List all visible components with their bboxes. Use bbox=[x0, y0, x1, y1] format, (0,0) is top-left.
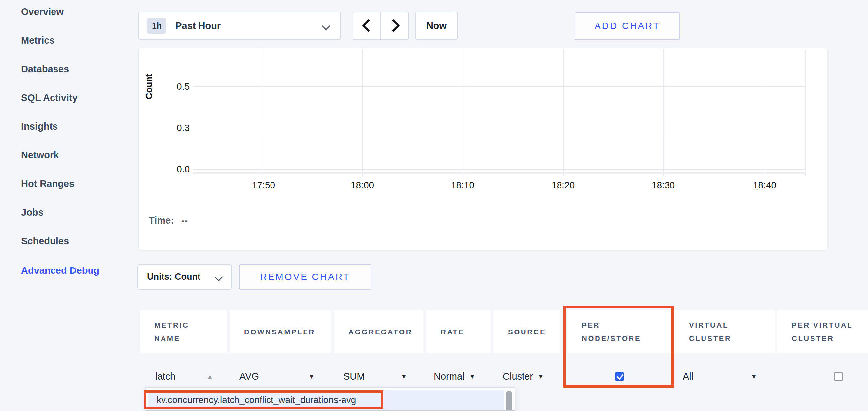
x-tick: 18:00 bbox=[351, 180, 374, 191]
sidebar-item-label: Jobs bbox=[21, 207, 43, 218]
gridline bbox=[805, 49, 806, 176]
gridline bbox=[193, 87, 806, 87]
y-tick: 0.0 bbox=[162, 164, 190, 174]
gridline bbox=[563, 49, 564, 176]
time-prev-button[interactable] bbox=[353, 11, 381, 40]
hover-time-readout: Time:-- bbox=[149, 215, 188, 226]
remove-chart-label: REMOVE CHART bbox=[260, 272, 350, 282]
custom-chart-panel bbox=[138, 48, 828, 251]
gridline bbox=[362, 49, 363, 176]
x-tick: 18:20 bbox=[552, 180, 575, 191]
remove-chart-button[interactable]: REMOVE CHART bbox=[239, 264, 371, 289]
sidebar-item-label: Schedules bbox=[21, 236, 69, 247]
sidebar-item-network[interactable]: Network bbox=[21, 148, 59, 162]
downsampler-value: AVG bbox=[240, 371, 259, 382]
sidebar-item-insights[interactable]: Insights bbox=[21, 120, 58, 133]
x-axis-line bbox=[193, 172, 806, 174]
triangle-down-icon: ▼ bbox=[751, 373, 757, 380]
sidebar-item-advanced-debug[interactable]: Advanced Debug bbox=[21, 264, 99, 277]
units-select[interactable]: Units: Count bbox=[137, 264, 231, 289]
sidebar-item-sql-activity[interactable]: SQL Activity bbox=[21, 91, 78, 104]
triangle-down-icon: ▼ bbox=[401, 373, 407, 380]
aggregator-value: SUM bbox=[343, 371, 365, 382]
virtual-cluster-value: All bbox=[683, 371, 693, 382]
gridline bbox=[463, 49, 463, 176]
units-select-value: Units: Count bbox=[147, 272, 200, 282]
sidebar-item-label: Insights bbox=[21, 121, 58, 132]
triangle-down-icon: ▼ bbox=[469, 373, 475, 380]
sidebar-item-metrics[interactable]: Metrics bbox=[21, 34, 55, 47]
triangle-down-icon: ▼ bbox=[538, 373, 544, 380]
now-button-label: Now bbox=[426, 21, 446, 31]
add-chart-button[interactable]: ADD CHART bbox=[575, 12, 680, 40]
sidebar-item-label: SQL Activity bbox=[21, 92, 78, 103]
annotation-box-suggestion bbox=[144, 390, 383, 409]
metric-name-input[interactable] bbox=[155, 371, 205, 382]
sidebar-item-label: Hot Ranges bbox=[21, 178, 74, 189]
sidebar-item-label: Network bbox=[21, 150, 59, 161]
y-tick: 0.3 bbox=[162, 123, 190, 133]
time-range-badge: 1h bbox=[147, 18, 166, 34]
x-tick: 17:50 bbox=[252, 180, 275, 191]
sidebar-item-label: Databases bbox=[21, 64, 69, 74]
sidebar-item-overview[interactable]: Overview bbox=[21, 5, 64, 18]
sidebar-item-hot-ranges[interactable]: Hot Ranges bbox=[21, 177, 74, 190]
column-header-aggregator: AGGREGATOR bbox=[334, 310, 424, 353]
column-header-per-virtual-cluster: PER VIRTUAL CLUSTER bbox=[777, 310, 868, 353]
chevron-down-icon bbox=[322, 22, 330, 30]
y-tick: 0.5 bbox=[162, 81, 190, 92]
source-select[interactable]: Cluster ▼ bbox=[493, 365, 559, 388]
per-virtual-cluster-cell bbox=[777, 365, 868, 388]
rate-select[interactable]: Normal ▼ bbox=[426, 365, 491, 388]
annotation-box-per-node-store bbox=[563, 306, 674, 387]
x-tick: 18:30 bbox=[652, 180, 675, 191]
sidebar-item-databases[interactable]: Databases bbox=[21, 62, 69, 75]
gridline bbox=[264, 49, 264, 176]
gridline bbox=[193, 169, 806, 170]
y-axis-label: Count bbox=[144, 74, 154, 99]
rate-value: Normal bbox=[434, 371, 464, 382]
time-next-button[interactable] bbox=[380, 11, 409, 40]
gridline bbox=[193, 128, 806, 128]
chevron-right-icon bbox=[387, 19, 400, 32]
metric-name-cell: ▲ bbox=[140, 365, 227, 388]
triangle-down-icon: ▼ bbox=[309, 373, 315, 380]
now-button[interactable]: Now bbox=[415, 11, 458, 40]
sidebar-item-label: Overview bbox=[21, 6, 64, 17]
aggregator-select[interactable]: SUM ▼ bbox=[334, 365, 424, 388]
column-header-source: SOURCE bbox=[493, 310, 559, 353]
virtual-cluster-select[interactable]: All ▼ bbox=[675, 365, 775, 388]
x-tick: 18:10 bbox=[451, 180, 474, 191]
time-range-selector[interactable]: 1h Past Hour bbox=[138, 11, 341, 40]
sidebar-item-label: Metrics bbox=[21, 35, 55, 46]
scrollbar-thumb[interactable] bbox=[506, 390, 512, 411]
triangle-up-icon[interactable]: ▲ bbox=[207, 373, 213, 380]
column-header-virtual-cluster: VIRTUAL CLUSTER bbox=[675, 310, 775, 353]
sidebar-item-label: Advanced Debug bbox=[21, 265, 99, 276]
column-header-rate: RATE bbox=[426, 310, 491, 353]
hover-time-value: -- bbox=[181, 215, 188, 226]
gridline bbox=[663, 49, 664, 176]
row-divider bbox=[146, 410, 515, 411]
gridline bbox=[765, 49, 765, 176]
source-value: Cluster bbox=[503, 371, 533, 382]
chevron-down-icon bbox=[214, 273, 223, 281]
add-chart-label: ADD CHART bbox=[594, 21, 660, 31]
sidebar-item-schedules[interactable]: Schedules bbox=[21, 235, 69, 248]
time-range-label: Past Hour bbox=[175, 21, 221, 31]
downsampler-select[interactable]: AVG ▼ bbox=[229, 365, 331, 388]
hover-time-label: Time: bbox=[149, 215, 174, 226]
column-header-downsampler: DOWNSAMPLER bbox=[229, 310, 331, 353]
column-header-metric-name: METRIC NAME bbox=[140, 310, 227, 353]
per-virtual-cluster-checkbox[interactable] bbox=[834, 372, 843, 381]
sidebar-item-jobs[interactable]: Jobs bbox=[21, 206, 43, 219]
x-tick: 18:40 bbox=[753, 180, 776, 191]
chevron-left-icon bbox=[362, 19, 375, 32]
